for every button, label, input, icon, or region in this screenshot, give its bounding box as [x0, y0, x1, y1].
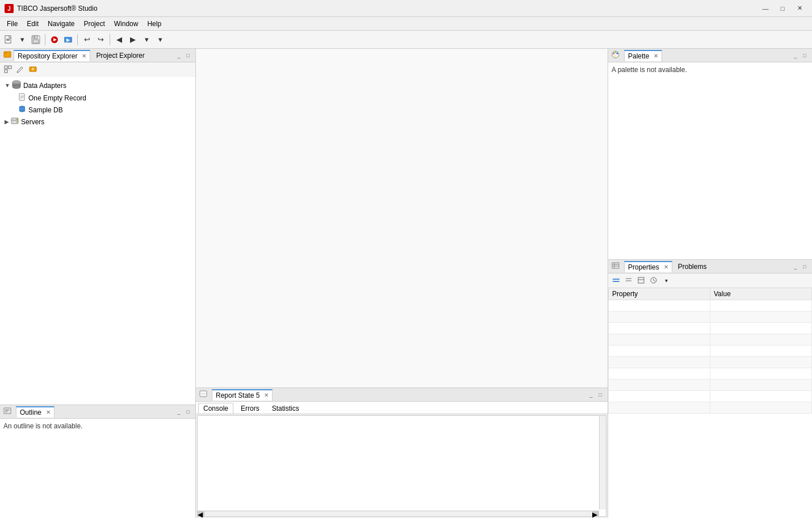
nav-forward-button[interactable]: ▶ — [127, 33, 139, 46]
panel-minimize-button[interactable]: _ — [175, 52, 183, 60]
properties-toolbar: ▾ — [608, 273, 812, 288]
rs-tab-errors[interactable]: Errors — [236, 403, 265, 414]
main-layout: Repository Explorer ✕ Project Explorer _… — [0, 49, 812, 518]
prop-cell-property — [609, 402, 710, 414]
tab-problems[interactable]: Problems — [675, 262, 710, 272]
tab-properties[interactable]: Properties ✕ — [624, 261, 672, 272]
compile-button[interactable] — [48, 33, 61, 46]
tab-repository-close[interactable]: ✕ — [82, 53, 86, 59]
tab-palette-close[interactable]: ✕ — [654, 53, 658, 59]
svg-rect-7 — [34, 36, 35, 38]
repo-collapse-button[interactable] — [2, 64, 14, 75]
report-state-tabs: Console Errors Statistics — [196, 402, 608, 414]
left-panel: Repository Explorer ✕ Project Explorer _… — [0, 49, 196, 518]
tab-palette[interactable]: Palette ✕ — [624, 50, 662, 61]
prop-cell-property — [609, 380, 710, 391]
prop-data-table: Property Value — [608, 288, 812, 414]
menu-item-project[interactable]: Project — [79, 17, 109, 30]
rs-vscrollbar[interactable] — [599, 416, 606, 509]
undo-button[interactable]: ↩ — [81, 33, 93, 46]
svg-point-34 — [16, 121, 18, 123]
svg-point-43 — [613, 53, 615, 54]
svg-point-44 — [615, 52, 617, 53]
svg-text:J: J — [7, 6, 11, 12]
prop-cell-value — [710, 334, 812, 346]
table-row — [609, 357, 812, 368]
prop-btn-1[interactable] — [610, 275, 622, 286]
menu-item-navigate[interactable]: Navigate — [43, 17, 79, 30]
maximize-button[interactable]: □ — [775, 3, 790, 14]
tab-problems-label: Problems — [678, 263, 707, 271]
prop-btn-4[interactable] — [648, 275, 659, 286]
prop-cell-property — [609, 346, 710, 357]
prop-btn-3[interactable] — [635, 275, 647, 286]
tab-project-explorer[interactable]: Project Explorer — [93, 50, 148, 61]
prop-btn-5[interactable]: ▾ — [660, 275, 672, 286]
palette-maximize-button[interactable]: □ — [801, 52, 809, 60]
outline-content: An outline is not available. — [0, 419, 195, 518]
report-state-maximize-button[interactable]: □ — [596, 391, 604, 399]
svg-point-21 — [12, 81, 20, 84]
tab-properties-close[interactable]: ✕ — [664, 264, 668, 270]
tab-repository-explorer[interactable]: Repository Explorer ✕ — [14, 50, 90, 61]
tab-project-label: Project Explorer — [96, 52, 144, 60]
rs-tab-statistics[interactable]: Statistics — [267, 403, 304, 414]
tree-item-one-empty-record[interactable]: One Empty Record — [2, 92, 193, 104]
one-empty-record-icon — [18, 93, 26, 103]
toolbar-sep-2 — [77, 34, 78, 45]
redo-button[interactable]: ↪ — [94, 33, 107, 46]
menu-item-edit[interactable]: Edit — [22, 17, 43, 30]
nav-dropdown-back[interactable]: ▾ — [140, 33, 153, 46]
table-row — [609, 402, 812, 414]
prop-btn-2[interactable] — [623, 275, 634, 286]
outline-maximize-button[interactable]: □ — [184, 408, 192, 416]
app-title: TIBCO Jaspersoft® Studio — [17, 5, 757, 12]
dropdown-new-button[interactable]: ▾ — [16, 33, 28, 46]
svg-rect-15 — [5, 66, 7, 69]
svg-point-22 — [12, 85, 20, 89]
sample-db-icon — [18, 105, 26, 115]
title-bar: J TIBCO Jaspersoft® Studio — □ ✕ — [0, 0, 812, 17]
tab-report-state-close[interactable]: ✕ — [264, 392, 269, 398]
svg-point-33 — [16, 119, 18, 120]
table-row — [609, 300, 812, 311]
rs-tab-console[interactable]: Console — [198, 403, 233, 414]
nav-back-button[interactable]: ◀ — [113, 33, 125, 46]
menu-item-window[interactable]: Window — [110, 17, 143, 30]
tab-report-state[interactable]: Report State 5 ✕ — [212, 389, 273, 401]
tab-outline-close[interactable]: ✕ — [46, 409, 51, 415]
prop-cell-property — [609, 368, 710, 380]
prop-cell-value — [710, 300, 812, 311]
menu-item-file[interactable]: File — [2, 17, 22, 30]
repo-edit-button[interactable] — [15, 64, 26, 75]
outline-minimize-button[interactable]: _ — [175, 408, 183, 416]
menu-item-help[interactable]: Help — [143, 17, 166, 30]
tab-outline[interactable]: Outline ✕ — [16, 406, 55, 418]
nav-dropdown-forward[interactable]: ▾ — [154, 33, 166, 46]
report-state-minimize-button[interactable]: _ — [587, 391, 595, 399]
svg-rect-52 — [613, 281, 620, 282]
properties-tab-label: Properties — [628, 263, 659, 271]
new-button[interactable] — [2, 33, 15, 46]
outline-message: An outline is not available. — [3, 422, 82, 430]
svg-rect-39 — [200, 391, 207, 397]
save-button[interactable] — [30, 33, 42, 46]
properties-minimize-button[interactable]: _ — [792, 263, 800, 271]
repo-add-button[interactable]: + — [27, 64, 39, 75]
report-state-panel: Report State 5 ✕ _ □ Console Errors Stat… — [196, 388, 608, 518]
close-button[interactable]: ✕ — [792, 3, 807, 14]
prop-cell-property — [609, 300, 710, 311]
run-button[interactable]: ▶ — [62, 33, 74, 46]
tree-item-sample-db[interactable]: Sample DB — [2, 104, 193, 116]
servers-label: Servers — [21, 118, 44, 126]
tree-item-servers[interactable]: ▶ Servers — [2, 116, 193, 128]
tree-item-data-adapters[interactable]: ▼ Data Adapters — [2, 79, 193, 92]
panel-maximize-button[interactable]: □ — [184, 52, 192, 60]
palette-minimize-button[interactable]: _ — [792, 52, 800, 60]
rs-hscrollbar[interactable]: ◀ ▶ — [198, 511, 599, 516]
properties-panel: Properties ✕ Problems _ □ — [608, 260, 812, 518]
toolbar-sep-3 — [110, 34, 110, 45]
properties-maximize-button[interactable]: □ — [801, 263, 809, 271]
svg-rect-47 — [612, 263, 619, 268]
minimize-button[interactable]: — — [757, 3, 773, 14]
